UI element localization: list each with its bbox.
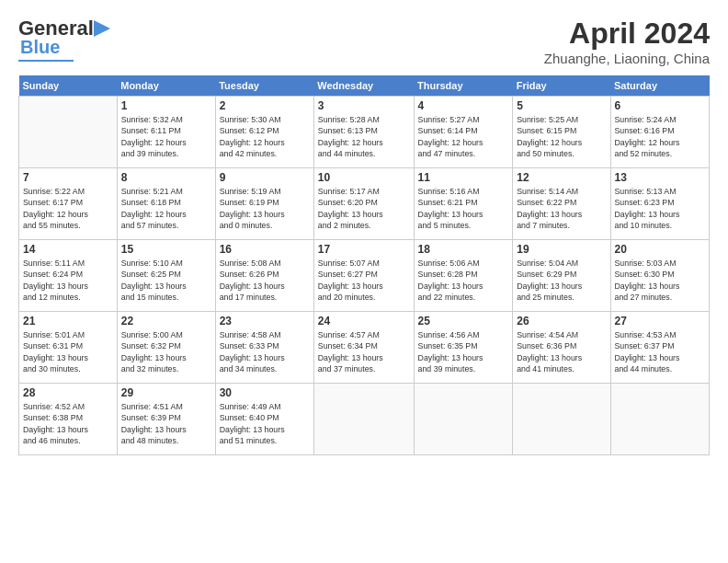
day-number: 13 xyxy=(615,171,706,184)
calendar-cell: 24Sunrise: 4:57 AMSunset: 6:34 PMDayligh… xyxy=(313,312,414,384)
calendar-cell: 5Sunrise: 5:25 AMSunset: 6:15 PMDaylight… xyxy=(513,97,610,168)
day-number: 6 xyxy=(615,99,706,112)
day-info: Sunrise: 5:27 AMSunset: 6:14 PMDaylight:… xyxy=(418,114,509,159)
calendar-cell: 28Sunrise: 4:52 AMSunset: 6:38 PMDayligh… xyxy=(19,384,118,455)
day-info: Sunrise: 5:19 AMSunset: 6:19 PMDaylight:… xyxy=(220,186,310,231)
day-number: 5 xyxy=(517,99,606,112)
svg-marker-0 xyxy=(94,20,110,37)
calendar-cell: 14Sunrise: 5:11 AMSunset: 6:24 PMDayligh… xyxy=(19,240,118,312)
calendar-cell xyxy=(610,384,710,455)
day-info: Sunrise: 5:16 AMSunset: 6:21 PMDaylight:… xyxy=(418,186,509,231)
day-number: 14 xyxy=(23,243,113,256)
day-number: 9 xyxy=(220,171,310,184)
calendar-cell: 29Sunrise: 4:51 AMSunset: 6:39 PMDayligh… xyxy=(117,384,215,455)
col-tuesday: Tuesday xyxy=(215,75,313,97)
day-number: 26 xyxy=(517,315,606,327)
day-number: 1 xyxy=(121,99,211,112)
day-info: Sunrise: 5:25 AMSunset: 6:15 PMDaylight:… xyxy=(517,114,606,159)
calendar-cell: 21Sunrise: 5:01 AMSunset: 6:31 PMDayligh… xyxy=(19,312,118,384)
calendar-cell: 20Sunrise: 5:03 AMSunset: 6:30 PMDayligh… xyxy=(610,240,710,312)
day-number: 20 xyxy=(615,243,706,256)
day-number: 19 xyxy=(517,243,606,256)
col-saturday: Saturday xyxy=(610,75,710,97)
col-monday: Monday xyxy=(117,75,215,97)
calendar-cell: 8Sunrise: 5:21 AMSunset: 6:18 PMDaylight… xyxy=(117,168,215,240)
logo: General Blue xyxy=(18,17,114,62)
day-number: 11 xyxy=(418,171,509,184)
calendar-table: Sunday Monday Tuesday Wednesday Thursday… xyxy=(18,75,710,455)
calendar-cell: 30Sunrise: 4:49 AMSunset: 6:40 PMDayligh… xyxy=(215,384,313,455)
calendar-cell xyxy=(513,384,610,455)
day-info: Sunrise: 5:13 AMSunset: 6:23 PMDaylight:… xyxy=(615,186,706,231)
day-info: Sunrise: 5:32 AMSunset: 6:11 PMDaylight:… xyxy=(121,114,211,159)
day-number: 29 xyxy=(121,386,211,399)
day-number: 12 xyxy=(517,171,606,184)
calendar-cell xyxy=(414,384,513,455)
calendar-cell: 10Sunrise: 5:17 AMSunset: 6:20 PMDayligh… xyxy=(313,168,414,240)
col-thursday: Thursday xyxy=(414,75,513,97)
calendar-cell xyxy=(19,97,118,168)
day-info: Sunrise: 4:51 AMSunset: 6:39 PMDaylight:… xyxy=(121,401,211,446)
day-info: Sunrise: 4:56 AMSunset: 6:35 PMDaylight:… xyxy=(418,329,509,374)
day-number: 28 xyxy=(23,386,113,399)
calendar-cell: 1Sunrise: 5:32 AMSunset: 6:11 PMDaylight… xyxy=(117,97,215,168)
day-number: 25 xyxy=(418,315,509,327)
logo-arrow-icon xyxy=(94,20,114,37)
calendar-cell: 13Sunrise: 5:13 AMSunset: 6:23 PMDayligh… xyxy=(610,168,710,240)
calendar-week-5: 28Sunrise: 4:52 AMSunset: 6:38 PMDayligh… xyxy=(19,384,710,455)
day-number: 10 xyxy=(318,171,410,184)
location-subtitle: Zhuanghe, Liaoning, China xyxy=(544,51,710,66)
day-info: Sunrise: 4:58 AMSunset: 6:33 PMDaylight:… xyxy=(220,329,310,374)
day-number: 21 xyxy=(23,315,113,327)
calendar-cell: 16Sunrise: 5:08 AMSunset: 6:26 PMDayligh… xyxy=(215,240,313,312)
day-info: Sunrise: 5:14 AMSunset: 6:22 PMDaylight:… xyxy=(517,186,606,231)
month-title: April 2024 xyxy=(544,17,710,51)
day-info: Sunrise: 4:52 AMSunset: 6:38 PMDaylight:… xyxy=(23,401,113,446)
calendar-cell: 26Sunrise: 4:54 AMSunset: 6:36 PMDayligh… xyxy=(513,312,610,384)
page-header: General Blue April 2024 Zhuanghe, Liaoni… xyxy=(18,17,710,66)
calendar-cell xyxy=(313,384,414,455)
day-number: 15 xyxy=(121,243,211,256)
calendar-header-row: Sunday Monday Tuesday Wednesday Thursday… xyxy=(19,75,710,97)
calendar-cell: 17Sunrise: 5:07 AMSunset: 6:27 PMDayligh… xyxy=(313,240,414,312)
title-block: April 2024 Zhuanghe, Liaoning, China xyxy=(544,17,710,66)
day-number: 27 xyxy=(615,315,706,327)
calendar-cell: 15Sunrise: 5:10 AMSunset: 6:25 PMDayligh… xyxy=(117,240,215,312)
calendar-cell: 12Sunrise: 5:14 AMSunset: 6:22 PMDayligh… xyxy=(513,168,610,240)
day-info: Sunrise: 5:11 AMSunset: 6:24 PMDaylight:… xyxy=(23,258,113,303)
day-info: Sunrise: 5:04 AMSunset: 6:29 PMDaylight:… xyxy=(517,258,606,303)
calendar-cell: 19Sunrise: 5:04 AMSunset: 6:29 PMDayligh… xyxy=(513,240,610,312)
day-info: Sunrise: 5:21 AMSunset: 6:18 PMDaylight:… xyxy=(121,186,211,231)
day-info: Sunrise: 5:06 AMSunset: 6:28 PMDaylight:… xyxy=(418,258,509,303)
calendar-week-4: 21Sunrise: 5:01 AMSunset: 6:31 PMDayligh… xyxy=(19,312,710,384)
calendar-cell: 9Sunrise: 5:19 AMSunset: 6:19 PMDaylight… xyxy=(215,168,313,240)
day-number: 23 xyxy=(220,315,310,327)
day-info: Sunrise: 5:10 AMSunset: 6:25 PMDaylight:… xyxy=(121,258,211,303)
col-friday: Friday xyxy=(513,75,610,97)
calendar-cell: 23Sunrise: 4:58 AMSunset: 6:33 PMDayligh… xyxy=(215,312,313,384)
day-number: 8 xyxy=(121,171,211,184)
calendar-cell: 2Sunrise: 5:30 AMSunset: 6:12 PMDaylight… xyxy=(215,97,313,168)
day-info: Sunrise: 5:22 AMSunset: 6:17 PMDaylight:… xyxy=(23,186,113,231)
calendar-cell: 18Sunrise: 5:06 AMSunset: 6:28 PMDayligh… xyxy=(414,240,513,312)
page-container: General Blue April 2024 Zhuanghe, Liaoni… xyxy=(0,0,728,465)
day-info: Sunrise: 5:24 AMSunset: 6:16 PMDaylight:… xyxy=(615,114,706,159)
logo-blue: Blue xyxy=(20,37,60,58)
calendar-week-3: 14Sunrise: 5:11 AMSunset: 6:24 PMDayligh… xyxy=(19,240,710,312)
calendar-week-2: 7Sunrise: 5:22 AMSunset: 6:17 PMDaylight… xyxy=(19,168,710,240)
day-info: Sunrise: 5:30 AMSunset: 6:12 PMDaylight:… xyxy=(220,114,310,159)
calendar-cell: 6Sunrise: 5:24 AMSunset: 6:16 PMDaylight… xyxy=(610,97,710,168)
day-number: 22 xyxy=(121,315,211,327)
day-number: 3 xyxy=(318,99,410,112)
day-number: 30 xyxy=(220,386,310,399)
calendar-week-1: 1Sunrise: 5:32 AMSunset: 6:11 PMDaylight… xyxy=(19,97,710,168)
calendar-cell: 11Sunrise: 5:16 AMSunset: 6:21 PMDayligh… xyxy=(414,168,513,240)
day-info: Sunrise: 4:53 AMSunset: 6:37 PMDaylight:… xyxy=(615,329,706,374)
calendar-cell: 25Sunrise: 4:56 AMSunset: 6:35 PMDayligh… xyxy=(414,312,513,384)
calendar-cell: 7Sunrise: 5:22 AMSunset: 6:17 PMDaylight… xyxy=(19,168,118,240)
day-number: 7 xyxy=(23,171,113,184)
calendar-cell: 27Sunrise: 4:53 AMSunset: 6:37 PMDayligh… xyxy=(610,312,710,384)
day-number: 4 xyxy=(418,99,509,112)
col-sunday: Sunday xyxy=(19,75,118,97)
day-info: Sunrise: 4:57 AMSunset: 6:34 PMDaylight:… xyxy=(318,329,410,374)
